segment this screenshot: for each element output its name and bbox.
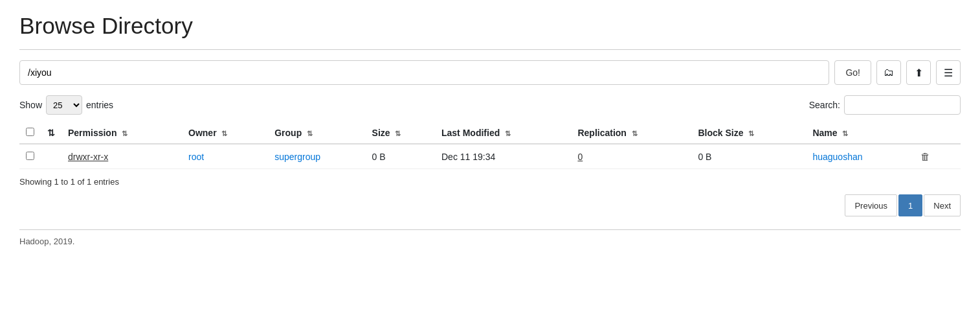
col-last-modified: Last Modified ⇅ bbox=[435, 122, 571, 144]
search-input[interactable] bbox=[844, 95, 961, 115]
sort-modified-icon[interactable]: ⇅ bbox=[505, 130, 511, 138]
previous-button[interactable]: Previous bbox=[845, 194, 897, 216]
col-group: Group ⇅ bbox=[268, 122, 365, 144]
replication-link[interactable]: 0 bbox=[577, 152, 583, 162]
search-box: Search: bbox=[809, 95, 961, 115]
folder-icon: 🗂 bbox=[884, 67, 894, 78]
sort-all-icon[interactable]: ⇅ bbox=[47, 128, 55, 138]
col-block-size: Block Size ⇅ bbox=[691, 122, 806, 144]
permission-link[interactable]: drwxr-xr-x bbox=[68, 152, 108, 162]
sort-group-icon[interactable]: ⇅ bbox=[307, 130, 313, 138]
show-label: Show bbox=[19, 100, 42, 110]
list-view-button[interactable]: ☰ bbox=[936, 60, 961, 85]
col-replication: Replication ⇅ bbox=[571, 122, 691, 144]
copyright: Hadoop, 2019. bbox=[19, 237, 961, 246]
col-size: Size ⇅ bbox=[366, 122, 435, 144]
table-row: drwxr-xr-x root supergroup 0 B Dec 11 19… bbox=[19, 144, 961, 169]
col-owner: Owner ⇅ bbox=[182, 122, 268, 144]
folder-icon-button[interactable]: 🗂 bbox=[876, 60, 901, 85]
group-link[interactable]: supergroup bbox=[274, 152, 320, 162]
sort-replication-icon[interactable]: ⇅ bbox=[632, 130, 638, 138]
next-button[interactable]: Next bbox=[924, 194, 961, 216]
size-cell: 0 B bbox=[366, 144, 435, 169]
sort-size-icon[interactable]: ⇅ bbox=[395, 130, 401, 138]
col-name: Name ⇅ bbox=[806, 122, 910, 144]
page-1-button[interactable]: 1 bbox=[898, 194, 922, 216]
sort-permission-icon[interactable]: ⇅ bbox=[122, 130, 128, 138]
modified-cell: Dec 11 19:34 bbox=[435, 144, 571, 169]
path-bar: Go! 🗂 ⬆ ☰ bbox=[19, 60, 961, 85]
controls-row: Show 10 25 50 100 entries Search: bbox=[19, 95, 961, 115]
entries-select[interactable]: 10 25 50 100 bbox=[46, 95, 82, 115]
entries-label: entries bbox=[86, 100, 113, 110]
owner-link[interactable]: root bbox=[188, 152, 204, 162]
page-title: Browse Directory bbox=[19, 13, 961, 39]
list-icon: ☰ bbox=[944, 67, 953, 79]
blocksize-cell: 0 B bbox=[691, 144, 806, 169]
col-permission: Permission ⇅ bbox=[61, 122, 182, 144]
name-link[interactable]: huaguoshan bbox=[812, 152, 862, 162]
col-actions bbox=[910, 122, 961, 144]
select-all-checkbox[interactable] bbox=[26, 128, 34, 136]
row-checkbox[interactable] bbox=[26, 152, 34, 160]
directory-table: ⇅ Permission ⇅ Owner ⇅ Group ⇅ Size ⇅ La… bbox=[19, 122, 961, 169]
sort-name-icon[interactable]: ⇅ bbox=[842, 130, 848, 138]
path-input[interactable] bbox=[19, 60, 829, 85]
sort-owner-icon[interactable]: ⇅ bbox=[221, 130, 227, 138]
upload-button[interactable]: ⬆ bbox=[906, 60, 931, 85]
sort-blocksize-icon[interactable]: ⇅ bbox=[748, 130, 754, 138]
go-button[interactable]: Go! bbox=[834, 60, 871, 85]
footer-info: Showing 1 to 1 of 1 entries bbox=[19, 177, 961, 187]
upload-icon: ⬆ bbox=[915, 67, 923, 79]
show-entries: Show 10 25 50 100 entries bbox=[19, 95, 113, 115]
pagination: Previous 1 Next bbox=[19, 194, 961, 216]
search-label: Search: bbox=[809, 100, 840, 110]
delete-button[interactable]: 🗑 bbox=[917, 150, 934, 163]
